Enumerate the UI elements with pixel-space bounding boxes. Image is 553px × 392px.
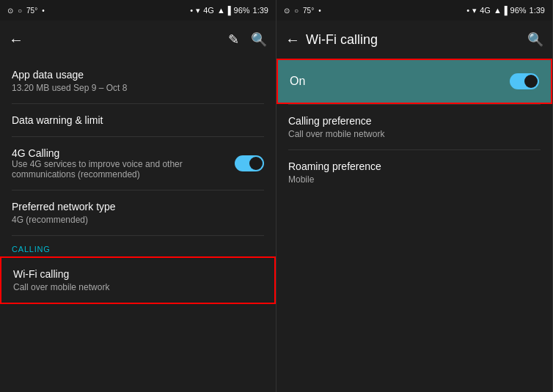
camera-status-icon-right: ⊙: [284, 7, 290, 15]
dot-right: •: [318, 7, 321, 15]
left-status-bar: ⊙ ○ 75° • • ▾ 4G ▲ ▌96% 1:39: [0, 0, 276, 21]
data-warning-item[interactable]: Data warning & limit: [0, 104, 276, 136]
right-top-bar: ← Wi-Fi calling 🔍: [276, 21, 552, 59]
app-data-usage-subtitle: 13.20 MB used Sep 9 – Oct 8: [12, 83, 264, 93]
preferred-network-subtitle: 4G (recommended): [12, 215, 264, 225]
preferred-network-title: Preferred network type: [12, 201, 264, 212]
wifi-calling-item[interactable]: Wi-Fi calling Call over mobile network: [0, 256, 276, 304]
right-status-bar-left: ⊙ ○ 75° •: [284, 7, 321, 15]
camera-status-icon: ⊙: [7, 7, 13, 15]
4g-calling-item[interactable]: 4G Calling Use 4G services to improve vo…: [0, 137, 276, 190]
right-status-bar-right: • ▾ 4G ▲ ▌96% 1:39: [466, 6, 545, 15]
data-warning-title: Data warning & limit: [12, 114, 264, 126]
wifi-right: ▾: [472, 6, 477, 15]
battery-right: ▌96%: [505, 6, 527, 15]
right-content: On Calling preference Call over mobile n…: [276, 59, 552, 392]
network-right: 4G: [480, 6, 491, 15]
temp-right: 75°: [303, 7, 314, 15]
search-icon-left[interactable]: 🔍: [251, 32, 267, 48]
wifi-left: ▾: [196, 6, 200, 15]
on-row[interactable]: On: [276, 59, 552, 104]
calling-preference-subtitle: Call over mobile network: [288, 129, 541, 139]
calling-preference-title: Calling preference: [288, 115, 541, 127]
calling-section-label: CALLING: [0, 236, 276, 256]
4g-calling-toggle-container: [235, 155, 264, 171]
right-panel-title: Wi-Fi calling: [306, 32, 527, 48]
top-bar-icons-left: ✎ 🔍: [228, 32, 267, 48]
search-icon-right[interactable]: 🔍: [527, 32, 543, 48]
temp-left: 75°: [26, 7, 37, 15]
app-data-usage-item[interactable]: App data usage 13.20 MB used Sep 9 – Oct…: [0, 59, 276, 103]
circle-status-icon: ○: [18, 7, 22, 15]
back-button-right[interactable]: ←: [285, 32, 300, 48]
time-left: 1:39: [253, 6, 268, 15]
left-top-bar: ← ✎ 🔍: [0, 21, 276, 59]
battery-left: ▌96%: [228, 6, 250, 15]
time-right: 1:39: [530, 6, 545, 15]
on-label: On: [290, 75, 305, 88]
signal-bars-right: ▲: [494, 6, 502, 15]
signal-bars-left: ▲: [217, 6, 225, 15]
roaming-preference-subtitle: Mobile: [288, 174, 541, 185]
circle-status-icon-right: ○: [294, 7, 299, 15]
dot-left: •: [42, 7, 45, 15]
wifi-calling-title: Wi-Fi calling: [13, 268, 263, 280]
wifi-calling-toggle-knob: [524, 75, 538, 88]
left-panel: ⊙ ○ 75° • • ▾ 4G ▲ ▌96% 1:39 ← ✎ 🔍 App d…: [0, 0, 276, 392]
roaming-preference-item[interactable]: Roaming preference Mobile: [276, 150, 552, 195]
status-bar-right-left: • ▾ 4G ▲ ▌96% 1:39: [190, 6, 268, 15]
wifi-calling-subtitle: Call over mobile network: [13, 282, 263, 292]
right-panel: ⊙ ○ 75° • • ▾ 4G ▲ ▌96% 1:39 ← Wi-Fi cal…: [276, 0, 553, 392]
signal-dots-left: •: [190, 6, 193, 15]
right-status-bar: ⊙ ○ 75° • • ▾ 4G ▲ ▌96% 1:39: [276, 0, 552, 21]
4g-calling-toggle-knob: [249, 157, 263, 170]
4g-calling-title: 4G Calling: [12, 147, 226, 159]
network-left: 4G: [203, 6, 214, 15]
calling-preference-item[interactable]: Calling preference Call over mobile netw…: [276, 105, 552, 149]
app-data-usage-title: App data usage: [12, 69, 264, 81]
roaming-preference-title: Roaming preference: [288, 160, 541, 172]
signal-dots-right: •: [466, 6, 469, 15]
left-content: App data usage 13.20 MB used Sep 9 – Oct…: [0, 59, 276, 392]
wifi-calling-toggle[interactable]: [510, 73, 539, 89]
4g-calling-row: 4G Calling Use 4G services to improve vo…: [12, 147, 264, 180]
pencil-icon[interactable]: ✎: [228, 32, 239, 48]
preferred-network-item[interactable]: Preferred network type 4G (recommended): [0, 191, 276, 235]
4g-calling-toggle[interactable]: [235, 155, 264, 171]
4g-calling-subtitle: Use 4G services to improve voice and oth…: [12, 159, 226, 180]
back-button-left[interactable]: ←: [9, 32, 23, 48]
status-bar-left: ⊙ ○ 75° •: [7, 7, 45, 15]
